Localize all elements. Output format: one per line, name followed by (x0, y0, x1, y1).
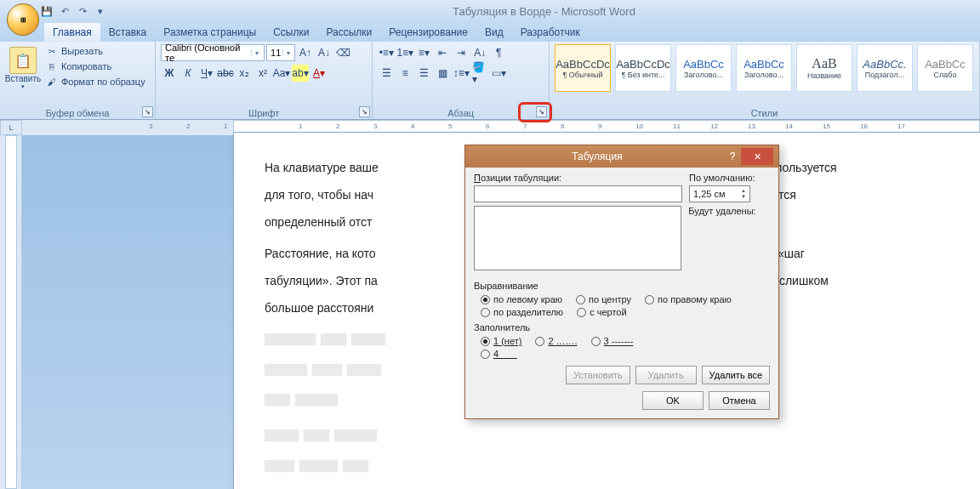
default-label: По умолчанию: (689, 173, 770, 183)
group-styles-label: Стили (555, 107, 974, 119)
tab-insert[interactable]: Вставка (100, 23, 156, 42)
fontcolor-button[interactable]: A▾ (311, 65, 328, 82)
leader-none-radio[interactable]: 1 (нет) (481, 336, 521, 346)
bullets-button[interactable]: •≡▾ (378, 44, 395, 61)
delete-all-button[interactable]: Удалить все (702, 366, 770, 384)
subscript-button[interactable]: x₂ (236, 65, 253, 82)
dialog-close-button[interactable]: ✕ (741, 148, 773, 165)
delete-button[interactable]: Удалить (635, 366, 697, 384)
set-button[interactable]: Установить (566, 366, 630, 384)
group-paragraph-label: Абзац (378, 107, 544, 119)
underline-button[interactable]: Ч▾ (198, 65, 215, 82)
leader-dots-radio[interactable]: 2 ……. (535, 336, 577, 346)
pilcrow-button[interactable]: ¶ (490, 44, 507, 61)
style-subtle[interactable]: AaBbCcСлабо (917, 44, 973, 92)
tab-mailings[interactable]: Рассылки (317, 23, 380, 42)
shrink-font-button[interactable]: A↓ (316, 44, 333, 61)
align-justify-button[interactable]: ▦ (434, 65, 451, 82)
align-decimal-radio[interactable]: по разделителю (481, 307, 563, 317)
copy-icon: ⎘ (46, 60, 58, 72)
cut-button[interactable]: ✂Вырезать (44, 44, 147, 58)
align-center-button[interactable]: ≡ (396, 65, 413, 82)
strike-button[interactable]: abc (217, 65, 234, 82)
align-right-radio[interactable]: по правому краю (645, 294, 732, 304)
font-name-combo[interactable]: Calibri (Основной те▾ (161, 44, 265, 61)
undo-button[interactable]: ↶ (57, 3, 72, 19)
tab-references[interactable]: Ссылки (265, 23, 317, 42)
office-button[interactable]: ⊞ (7, 3, 39, 36)
chevron-down-icon: ▾ (251, 49, 260, 57)
font-launcher[interactable]: ↘ (359, 106, 370, 117)
outdent-button[interactable]: ⇤ (434, 44, 451, 61)
alignment-label: Выравнивание (474, 281, 770, 291)
paste-icon: 📋 (9, 47, 37, 74)
align-left-button[interactable]: ☰ (378, 65, 395, 82)
save-button[interactable]: 💾 (39, 3, 54, 19)
font-size-combo[interactable]: 11▾ (266, 44, 295, 61)
tab-selector[interactable]: L (0, 120, 22, 135)
style-heading1[interactable]: AaBbCcЗаголово... (675, 44, 732, 92)
group-font: Calibri (Основной те▾ 11▾ A↑ A↓ ⌫ Ж К Ч▾… (156, 42, 373, 119)
tab-position-input[interactable] (474, 185, 682, 202)
align-bar-radio[interactable]: с чертой (577, 307, 626, 317)
sort-button[interactable]: A↓ (471, 44, 488, 61)
tab-positions-list[interactable] (474, 206, 681, 270)
default-spinner[interactable]: 1,25 см ▲▼ (689, 185, 750, 202)
italic-button[interactable]: К (179, 65, 197, 82)
brush-icon: 🖌 (46, 76, 58, 88)
multilevel-button[interactable]: ≡▾ (415, 44, 432, 61)
paste-label: Вставить (5, 74, 41, 83)
clipboard-launcher[interactable]: ↘ (142, 106, 153, 117)
highlight-button[interactable]: ab▾ (292, 65, 309, 82)
style-nospacing[interactable]: AaBbCcDc¶ Без инте... (615, 44, 671, 92)
group-clipboard-label: Буфер обмена (5, 107, 150, 119)
ok-button[interactable]: OK (642, 391, 704, 410)
dialog-title: Табуляция (470, 151, 724, 162)
linespacing-button[interactable]: ↕≡▾ (453, 65, 470, 82)
borders-button[interactable]: ▭▾ (490, 65, 507, 82)
align-left-radio[interactable]: по левому краю (481, 294, 562, 304)
chevron-down-icon: ▾ (282, 49, 291, 57)
numbering-button[interactable]: 1≡▾ (396, 44, 413, 61)
spin-up-icon[interactable]: ▲ (741, 188, 746, 194)
tab-developer[interactable]: Разработчик (512, 23, 589, 42)
align-center-radio[interactable]: по центру (576, 294, 631, 304)
align-right-button[interactable]: ☰ (415, 65, 432, 82)
dialog-help-button[interactable]: ? (724, 151, 741, 162)
style-normal[interactable]: AaBbCcDc¶ Обычный (555, 44, 611, 92)
office-logo-icon: ⊞ (20, 16, 26, 24)
scissors-icon: ✂ (46, 45, 58, 57)
style-heading2[interactable]: AaBbCcЗаголово... (736, 44, 792, 92)
cancel-button[interactable]: Отмена (709, 391, 770, 410)
bold-button[interactable]: Ж (161, 65, 178, 82)
leader-underline-radio[interactable]: 4 ___ (481, 349, 517, 359)
style-subtitle[interactable]: AaBbCc.Подзагол... (857, 44, 913, 92)
vertical-ruler[interactable] (0, 135, 22, 489)
style-title[interactable]: AaBНазвание (796, 44, 852, 92)
superscript-button[interactable]: x² (254, 65, 271, 82)
redo-button[interactable]: ↷ (75, 3, 90, 19)
grow-font-button[interactable]: A↑ (297, 44, 314, 61)
qat-dropdown[interactable]: ▾ (93, 3, 108, 19)
group-font-label: Шрифт (161, 107, 367, 119)
leader-dash-radio[interactable]: 3 ------- (591, 336, 634, 346)
copy-button[interactable]: ⎘Копировать (44, 60, 147, 73)
changecase-button[interactable]: Aa▾ (273, 65, 290, 82)
spin-down-icon[interactable]: ▼ (741, 194, 746, 200)
leader-label: Заполнитель (474, 322, 770, 333)
paragraph-launcher[interactable]: ↘ (536, 106, 547, 117)
shading-button[interactable]: 🪣▾ (471, 65, 488, 82)
tab-home[interactable]: Главная (44, 23, 100, 42)
tab-review[interactable]: Рецензирование (380, 23, 476, 42)
indent-button[interactable]: ⇥ (453, 44, 470, 61)
tab-view[interactable]: Вид (476, 23, 512, 42)
group-clipboard: 📋 Вставить ▾ ✂Вырезать ⎘Копировать 🖌Форм… (0, 42, 156, 119)
ribbon-tabs: Главная Вставка Разметка страницы Ссылки… (0, 22, 980, 42)
tabs-dialog: Табуляция ? ✕ Позиции табуляции: По умол… (464, 145, 779, 419)
clear-format-button[interactable]: ⌫ (334, 44, 351, 61)
group-styles: AaBbCcDc¶ Обычный AaBbCcDc¶ Без инте... … (550, 42, 980, 119)
format-painter-button[interactable]: 🖌Формат по образцу (44, 75, 147, 88)
paste-button[interactable]: 📋 Вставить ▾ (5, 44, 41, 100)
dialog-titlebar[interactable]: Табуляция ? ✕ (465, 145, 778, 168)
tab-pagelayout[interactable]: Разметка страницы (155, 23, 265, 42)
